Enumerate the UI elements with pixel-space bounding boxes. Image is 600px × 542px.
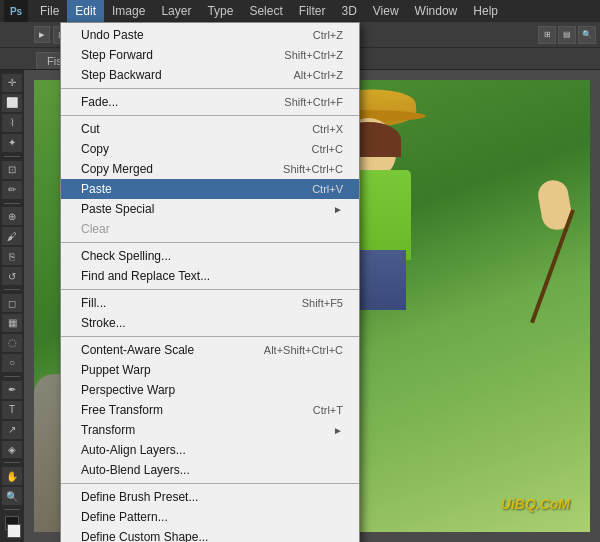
tool-gradient[interactable]: ▦: [2, 314, 22, 332]
menu-select[interactable]: Select: [241, 0, 290, 22]
tool-lasso[interactable]: ⌇: [2, 114, 22, 132]
zoom-icon[interactable]: 🔍: [578, 26, 596, 44]
menu-item-stroke[interactable]: Stroke...: [61, 313, 359, 333]
menu-layer[interactable]: Layer: [153, 0, 199, 22]
paste-special-arrow: ►: [333, 204, 343, 215]
step-backward-shortcut: Alt+Ctrl+Z: [293, 69, 343, 81]
define-pattern-label: Define Pattern...: [81, 510, 168, 524]
tool-move[interactable]: ✛: [2, 74, 22, 92]
menu-item-auto-align[interactable]: Auto-Align Layers...: [61, 440, 359, 460]
copy-merged-label: Copy Merged: [81, 162, 153, 176]
tool-eyedropper[interactable]: ✏: [2, 181, 22, 199]
transform-arrow: ►: [333, 425, 343, 436]
divider-3: [61, 242, 359, 243]
options-btn-1[interactable]: ▸: [34, 26, 50, 43]
menu-image[interactable]: Image: [104, 0, 153, 22]
menu-help[interactable]: Help: [465, 0, 506, 22]
undo-paste-shortcut: Ctrl+Z: [313, 29, 343, 41]
menu-item-free-transform[interactable]: Free Transform Ctrl+T: [61, 400, 359, 420]
copy-label: Copy: [81, 142, 109, 156]
menu-item-copy-merged[interactable]: Copy Merged Shift+Ctrl+C: [61, 159, 359, 179]
free-transform-shortcut: Ctrl+T: [313, 404, 343, 416]
menu-item-define-brush[interactable]: Define Brush Preset...: [61, 487, 359, 507]
puppet-warp-label: Puppet Warp: [81, 363, 151, 377]
menu-item-step-forward[interactable]: Step Forward Shift+Ctrl+Z: [61, 45, 359, 65]
menu-filter[interactable]: Filter: [291, 0, 334, 22]
menu-item-puppet-warp[interactable]: Puppet Warp: [61, 360, 359, 380]
menu-item-cut[interactable]: Cut Ctrl+X: [61, 119, 359, 139]
step-forward-shortcut: Shift+Ctrl+Z: [284, 49, 343, 61]
menu-item-undo-paste[interactable]: Undo Paste Ctrl+Z: [61, 25, 359, 45]
free-transform-label: Free Transform: [81, 403, 163, 417]
menu-item-define-custom-shape[interactable]: Define Custom Shape...: [61, 527, 359, 542]
menu-edit[interactable]: Edit: [67, 0, 104, 22]
step-forward-label: Step Forward: [81, 48, 153, 62]
tool-pen[interactable]: ✒: [2, 381, 22, 399]
define-brush-label: Define Brush Preset...: [81, 490, 198, 504]
tool-spot-heal[interactable]: ⊕: [2, 207, 22, 225]
tool-magic-wand[interactable]: ✦: [2, 134, 22, 152]
toolbar-divider-4: [4, 376, 20, 377]
menu-item-content-aware-scale[interactable]: Content-Aware Scale Alt+Shift+Ctrl+C: [61, 340, 359, 360]
tool-crop[interactable]: ⊡: [2, 161, 22, 179]
step-backward-label: Step Backward: [81, 68, 162, 82]
copy-shortcut: Ctrl+C: [312, 143, 343, 155]
tool-hand[interactable]: ✋: [2, 467, 22, 485]
tool-path-select[interactable]: ↗: [2, 421, 22, 439]
tool-shape[interactable]: ◈: [2, 441, 22, 459]
paste-special-label: Paste Special: [81, 202, 154, 216]
toolbar-divider-3: [4, 289, 20, 290]
arrange-icon[interactable]: ▤: [558, 26, 576, 44]
transform-label: Transform: [81, 423, 135, 437]
menu-item-check-spelling[interactable]: Check Spelling...: [61, 246, 359, 266]
workspace-icon[interactable]: ⊞: [538, 26, 556, 44]
auto-align-label: Auto-Align Layers...: [81, 443, 186, 457]
tool-blur[interactable]: ◌: [2, 334, 22, 352]
tool-clone[interactable]: ⎘: [2, 247, 22, 265]
stroke-label: Stroke...: [81, 316, 126, 330]
menu-item-step-backward[interactable]: Step Backward Alt+Ctrl+Z: [61, 65, 359, 85]
menu-bar: Ps File Edit Image Layer Type Select Fil…: [0, 0, 600, 22]
toolbar-divider-6: [4, 509, 20, 510]
find-replace-label: Find and Replace Text...: [81, 269, 210, 283]
menu-3d[interactable]: 3D: [333, 0, 364, 22]
toolbar: ✛ ⬜ ⌇ ✦ ⊡ ✏ ⊕ 🖌 ⎘ ↺ ◻ ▦ ◌ ○ ✒ T ↗ ◈ ✋ 🔍: [0, 70, 24, 542]
tool-history[interactable]: ↺: [2, 267, 22, 285]
menu-item-define-pattern[interactable]: Define Pattern...: [61, 507, 359, 527]
tool-zoom[interactable]: 🔍: [2, 487, 22, 505]
menu-view[interactable]: View: [365, 0, 407, 22]
check-spelling-label: Check Spelling...: [81, 249, 171, 263]
fill-label: Fill...: [81, 296, 106, 310]
menu-item-fill[interactable]: Fill... Shift+F5: [61, 293, 359, 313]
menu-type[interactable]: Type: [199, 0, 241, 22]
tool-text[interactable]: T: [2, 401, 22, 419]
content-aware-scale-shortcut: Alt+Shift+Ctrl+C: [264, 344, 343, 356]
menu-file[interactable]: File: [32, 0, 67, 22]
paste-label: Paste: [81, 182, 112, 196]
edit-dropdown-menu: Undo Paste Ctrl+Z Step Forward Shift+Ctr…: [60, 22, 360, 542]
fade-label: Fade...: [81, 95, 118, 109]
perspective-warp-label: Perspective Warp: [81, 383, 175, 397]
tool-select-rect[interactable]: ⬜: [2, 94, 22, 112]
menu-item-perspective-warp[interactable]: Perspective Warp: [61, 380, 359, 400]
content-aware-scale-label: Content-Aware Scale: [81, 343, 194, 357]
menu-item-find-replace[interactable]: Find and Replace Text...: [61, 266, 359, 286]
tool-eraser[interactable]: ◻: [2, 294, 22, 312]
auto-blend-label: Auto-Blend Layers...: [81, 463, 190, 477]
menu-item-paste[interactable]: Paste Ctrl+V: [61, 179, 359, 199]
menu-item-paste-special[interactable]: Paste Special ►: [61, 199, 359, 219]
menu-item-copy[interactable]: Copy Ctrl+C: [61, 139, 359, 159]
copy-merged-shortcut: Shift+Ctrl+C: [283, 163, 343, 175]
menu-item-transform[interactable]: Transform ►: [61, 420, 359, 440]
background-color[interactable]: [7, 524, 21, 538]
menu-item-fade[interactable]: Fade... Shift+Ctrl+F: [61, 92, 359, 112]
menu-item-auto-blend[interactable]: Auto-Blend Layers...: [61, 460, 359, 480]
menu-window[interactable]: Window: [407, 0, 466, 22]
tool-dodge[interactable]: ○: [2, 354, 22, 372]
fade-shortcut: Shift+Ctrl+F: [284, 96, 343, 108]
cut-label: Cut: [81, 122, 100, 136]
divider-2: [61, 115, 359, 116]
undo-paste-label: Undo Paste: [81, 28, 144, 42]
tool-brush[interactable]: 🖌: [2, 227, 22, 245]
divider-6: [61, 483, 359, 484]
